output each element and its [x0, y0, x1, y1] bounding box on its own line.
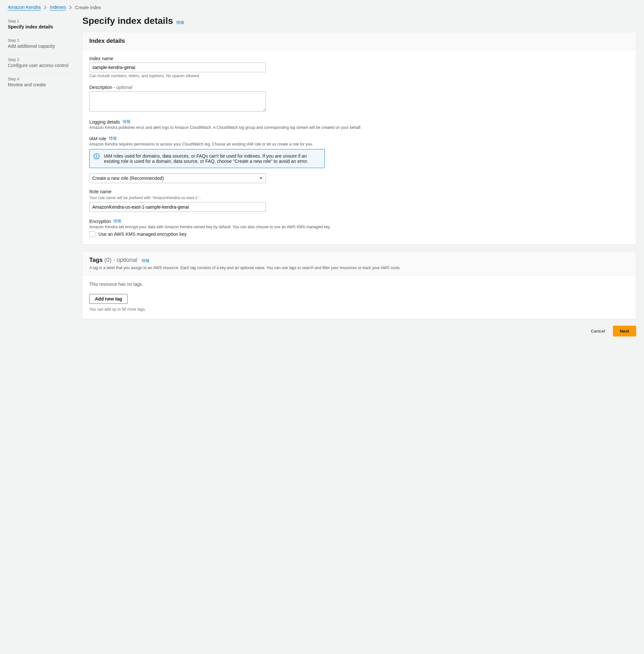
wizard-step-num: Step 2: [8, 38, 73, 43]
wizard-step-2[interactable]: Step 2 Add additional capacity: [8, 34, 73, 54]
encryption-label: Encryption: [89, 219, 111, 224]
logging-label: Logging details: [89, 119, 120, 124]
logging-section: Logging details 情報 Amazon Kendra publish…: [89, 119, 629, 130]
encryption-info-link[interactable]: 情報: [114, 218, 121, 224]
tags-desc: A tag is a label that you assign to an A…: [89, 265, 629, 270]
iam-section: IAM role 情報 Amazon Kendra requires permi…: [89, 136, 629, 146]
wizard-step-label: Specify index details: [8, 24, 73, 29]
role-name-input[interactable]: [89, 202, 266, 212]
wizard-step-num: Step 3: [8, 57, 73, 62]
index-name-input[interactable]: [89, 63, 266, 72]
breadcrumb: Amazon Kendra Indexes Create index: [8, 5, 636, 10]
encryption-checkbox-row[interactable]: Use an AWS KMS managed encryption key: [89, 231, 629, 237]
next-button[interactable]: Next: [613, 326, 636, 336]
encryption-section: Encryption 情報 Amazon Kendra will encrypt…: [89, 218, 629, 229]
breadcrumb-root[interactable]: Amazon Kendra: [8, 5, 41, 10]
role-name-hint: Your role name will be prefixed with 'Am…: [89, 195, 629, 200]
iam-desc: Amazon Kendra requires permissions to ac…: [89, 142, 629, 146]
wizard-step-label: Configure user access control: [8, 63, 73, 68]
svg-point-2: [96, 155, 97, 155]
breadcrumb-current: Create index: [75, 5, 101, 10]
iam-alert: IAM roles used for domains, data sources…: [89, 149, 325, 168]
wizard-nav: Step 1 Specify index details Step 2 Add …: [8, 15, 73, 336]
main-content: Specify index details 情報 Index details I…: [83, 15, 636, 336]
role-name-label: Role name: [89, 189, 629, 194]
info-icon: [94, 154, 99, 159]
logging-info-link[interactable]: 情報: [123, 119, 131, 124]
description-label: Description - optional: [89, 85, 629, 90]
page-info-link[interactable]: 情報: [176, 20, 184, 25]
page-title-text: Specify index details: [83, 16, 173, 26]
tags-sep: -: [113, 257, 117, 263]
iam-select-field: Create a new role (Recommended): [89, 173, 629, 183]
wizard-step-1[interactable]: Step 1 Specify index details: [8, 15, 73, 34]
iam-info-link[interactable]: 情報: [109, 136, 117, 141]
description-field: Description - optional: [89, 85, 629, 113]
index-name-field: Index name Can include numbers, letters,…: [89, 56, 629, 78]
footer-actions: Cancel Next: [83, 326, 636, 336]
description-textarea[interactable]: [89, 91, 266, 112]
encryption-checkbox-label: Use an AWS KMS managed encryption key: [98, 232, 187, 237]
encryption-checkbox[interactable]: [89, 231, 95, 237]
iam-label: IAM role: [89, 136, 106, 141]
encryption-desc: Amazon Kendra will encrypt your data wit…: [89, 225, 629, 229]
wizard-step-label: Review and create: [8, 82, 73, 87]
tags-info-link[interactable]: 情報: [142, 258, 150, 263]
logging-desc: Amazon Kendra publishes error and alert …: [89, 125, 629, 130]
chevron-right-icon: [44, 5, 46, 9]
chevron-right-icon: [69, 5, 72, 9]
index-details-title: Index details: [89, 38, 125, 44]
index-name-label: Index name: [89, 56, 629, 61]
svg-rect-1: [96, 156, 97, 158]
breadcrumb-indexes[interactable]: Indexes: [50, 5, 66, 10]
page-title: Specify index details 情報: [83, 16, 636, 26]
wizard-step-num: Step 1: [8, 19, 73, 24]
index-details-panel: Index details Index name Can include num…: [83, 32, 636, 244]
wizard-step-3[interactable]: Step 3 Configure user access control: [8, 54, 73, 73]
wizard-step-label: Add additional capacity: [8, 44, 73, 49]
wizard-step-num: Step 4: [8, 77, 73, 81]
tags-empty-text: This resource has no tags.: [89, 282, 629, 287]
tags-panel: Tags (0) - optional 情報 A tag is a label …: [83, 251, 636, 319]
iam-role-select[interactable]: Create a new role (Recommended): [89, 173, 266, 183]
tags-hint: You can add up to 50 more tags.: [89, 307, 629, 312]
add-tag-button[interactable]: Add new tag: [89, 294, 128, 304]
index-name-hint: Can include numbers, letters, and hyphen…: [89, 74, 629, 78]
index-details-header: Index details: [83, 32, 636, 50]
tags-optional: optional: [117, 257, 137, 263]
tags-header: Tags (0) - optional 情報 A tag is a label …: [83, 252, 636, 276]
wizard-step-4[interactable]: Step 4 Review and create: [8, 73, 73, 92]
iam-alert-text: IAM roles used for domains, data sources…: [104, 154, 308, 164]
role-name-field: Role name Your role name will be prefixe…: [89, 189, 629, 212]
tags-count: (0): [104, 257, 112, 263]
tags-title: Tags: [89, 257, 103, 263]
cancel-button[interactable]: Cancel: [586, 326, 610, 336]
